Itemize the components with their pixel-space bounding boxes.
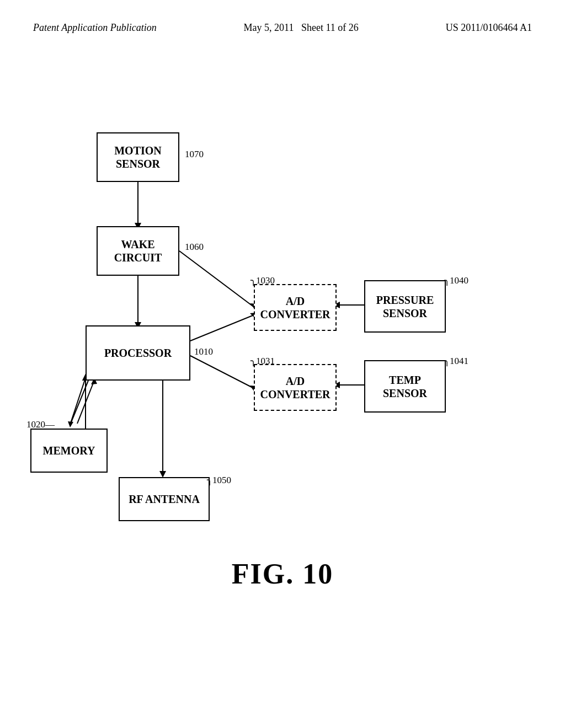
header-center: May 5, 2011 Sheet 11 of 26: [244, 22, 359, 34]
svg-line-6: [190, 315, 253, 341]
label-1041: ╮1041: [444, 355, 468, 367]
ad-converter-1-box: A/DCONVERTER: [254, 284, 337, 331]
motion-sensor-box: MOTIONSENSOR: [97, 132, 179, 182]
label-1010: 1010: [194, 346, 213, 357]
pressure-sensor-box: PRESSURESENSOR: [364, 280, 446, 333]
patent-number: US 2011/0106464 A1: [446, 22, 532, 34]
label-1030: ╮1030: [250, 275, 275, 286]
temp-sensor-box: TEMPSENSOR: [364, 360, 446, 413]
svg-line-20: [71, 381, 88, 424]
svg-line-4: [179, 251, 253, 306]
label-1050: ╮1050: [207, 474, 231, 486]
label-1020: 1020—: [26, 419, 55, 430]
processor-label: PROCESSOR: [104, 346, 172, 360]
label-1070: 1070: [185, 149, 204, 160]
memory-box: MEMORY: [30, 429, 108, 473]
ad-converter-1-label: A/DCONVERTER: [260, 295, 330, 321]
pressure-sensor-label: PRESSURESENSOR: [376, 293, 434, 320]
svg-line-22: [77, 382, 94, 424]
diagram-area: MOTIONSENSOR WAKECIRCUIT PROCESSOR MEMOR…: [0, 88, 565, 640]
temp-sensor-label: TEMPSENSOR: [383, 373, 427, 400]
label-1031: ╮1031: [250, 355, 275, 367]
rf-antenna-box: RF ANTENNA: [119, 477, 210, 521]
svg-line-8: [190, 356, 253, 388]
publication-title: Patent Application Publication: [33, 22, 157, 34]
pub-date: May 5, 2011: [244, 22, 294, 33]
processor-box: PROCESSOR: [86, 325, 190, 381]
wake-circuit-box: WAKECIRCUIT: [97, 226, 179, 276]
page-header: Patent Application Publication May 5, 20…: [0, 0, 565, 34]
ad-converter-2-label: A/DCONVERTER: [260, 374, 330, 401]
wake-circuit-label: WAKECIRCUIT: [114, 238, 162, 264]
label-1060: 1060: [185, 242, 204, 253]
rf-antenna-label: RF ANTENNA: [129, 493, 200, 506]
sheet-info: Sheet 11 of 26: [301, 22, 359, 33]
ad-converter-2-box: A/DCONVERTER: [254, 364, 337, 411]
svg-marker-21: [68, 421, 73, 427]
figure-caption: FIG. 10: [0, 558, 565, 590]
label-1040: ╮1040: [444, 275, 468, 286]
svg-line-18: [70, 378, 86, 425]
memory-label: MEMORY: [43, 444, 95, 457]
motion-sensor-label: MOTIONSENSOR: [114, 144, 162, 170]
